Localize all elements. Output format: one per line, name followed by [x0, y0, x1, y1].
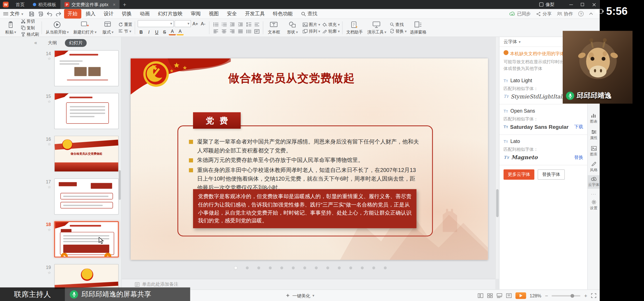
tab-outline[interactable]: 大纲 [44, 39, 61, 47]
italic-button[interactable]: I [145, 28, 152, 35]
thumbnail-card[interactable] [54, 93, 119, 129]
font-item[interactable]: TтOpen Sans 匹配到相似字体： TтSaturday Sans Reg… [499, 105, 587, 135]
zoom-slider[interactable] [552, 295, 580, 296]
zoom-in-button[interactable]: + [584, 293, 587, 299]
text-direction-button[interactable] [253, 21, 260, 27]
indent-decrease-button[interactable] [228, 21, 236, 27]
view-normal-button[interactable] [477, 293, 483, 298]
more-cloud-fonts-button[interactable]: 更多云字体 [504, 170, 535, 180]
shapes-button[interactable]: 形状▾ [284, 20, 301, 36]
new-tab-button[interactable]: + [123, 1, 126, 8]
textbox-button[interactable]: 文本框 [266, 20, 282, 36]
canvas-scrollbar[interactable] [495, 37, 499, 279]
slide-thumbnail[interactable]: 15 ☆ [0, 93, 121, 129]
help-button[interactable]: ? [578, 11, 584, 16]
menu-tab-transition[interactable]: 切换 [118, 9, 135, 18]
thumbnail-card[interactable]: + [54, 221, 119, 258]
font-size-select[interactable]: ▾ [175, 20, 191, 27]
slide-canvas[interactable]: 做合格党员从交党费做起 党费 凝聚了老一辈革命者对中国共产党的深厚感情。周恩来身… [131, 59, 488, 260]
menu-tab-review[interactable]: 审阅 [187, 9, 204, 18]
download-link[interactable]: 下载 [574, 124, 583, 130]
font-color-button[interactable]: A [169, 29, 176, 35]
section-button[interactable]: 节▾ [118, 28, 132, 34]
strip-item-settings[interactable]: 设置 [588, 198, 600, 212]
save-button[interactable] [27, 10, 35, 18]
paste-button[interactable]: 粘贴▾ [3, 20, 19, 36]
justify-button[interactable] [236, 28, 244, 34]
undo-button[interactable] [45, 10, 53, 18]
selection-pane-button[interactable]: 选择窗格 [409, 20, 428, 36]
thumbnail-card[interactable] [54, 50, 119, 86]
view-sorter-button[interactable] [487, 293, 493, 298]
slideshow-play-button[interactable] [515, 292, 526, 299]
menu-tab-insert[interactable]: 插入 [82, 9, 99, 18]
reset-button[interactable]: 重置 [118, 22, 132, 27]
present-tools-button[interactable]: 演示工具▾ [366, 20, 387, 36]
thumbnail-card[interactable] [54, 178, 119, 215]
copy-button[interactable]: 复制 [21, 25, 39, 30]
align-left-button[interactable] [212, 28, 219, 34]
layout-button[interactable]: 版式▾ [100, 20, 116, 36]
format-painter-button[interactable]: 格式刷 [21, 32, 39, 37]
strip-item-chart[interactable]: 图表 [588, 112, 600, 125]
menu-tab-animation[interactable]: 动画 [136, 9, 153, 18]
underline-button[interactable]: U [153, 28, 160, 35]
tab-slides[interactable]: 幻灯片 [65, 39, 87, 47]
menu-tab-devtools[interactable]: 开发工具 [241, 9, 268, 18]
align-center-button[interactable] [220, 28, 228, 34]
menu-tab-design[interactable]: 设计 [100, 9, 117, 18]
line-spacing-button[interactable] [245, 21, 252, 27]
strip-item-gallery[interactable]: 图库 [588, 145, 600, 158]
zoom-slider-handle[interactable] [570, 294, 574, 297]
highlight-color-button[interactable]: A [177, 29, 184, 35]
bullet-list[interactable]: 凝聚了老一辈革命者对中国共产党的深厚感情。周恩来身后没有留下任何个人财产，他和夫… [188, 137, 419, 193]
tab-docer[interactable]: 稻壳模板 [29, 0, 60, 9]
strip-item-style[interactable]: 风格 [588, 160, 600, 174]
picture-button[interactable]: 图片▾ [303, 22, 320, 27]
increase-font-button[interactable]: A+ [192, 20, 199, 27]
bullet-item[interactable]: 重病在身的原丰田中心学校退休教师周孝时老人，知道自己来日不长了，在2007年12… [188, 166, 419, 192]
view-reading-button[interactable] [506, 293, 512, 298]
strikethrough-button[interactable]: S [161, 28, 168, 35]
maximize-button[interactable] [577, 0, 588, 9]
file-menu[interactable]: 文件 ▾ [3, 10, 23, 17]
font-family-select[interactable]: ▾ [138, 20, 174, 27]
bullet-item[interactable]: 凝聚了老一辈革命者对中国共产党的深厚感情。周恩来身后没有留下任何个人财产，他和夫… [188, 137, 419, 155]
beautify-button[interactable]: 一键美化 ▾ [285, 290, 314, 301]
find-replace-button[interactable]: 查找 [390, 22, 407, 27]
tab-home[interactable]: 首页 [11, 0, 29, 9]
align-right-button[interactable] [228, 28, 236, 34]
find-button[interactable]: 查找 [301, 10, 317, 17]
replace-link[interactable]: 替换 [574, 154, 583, 161]
menu-tab-security[interactable]: 安全 [223, 9, 240, 18]
slide-thumbnail[interactable]: 16 ☆ 做合格党员从交党费做起 [0, 136, 121, 172]
collab-button[interactable]: 协作 [557, 11, 573, 17]
menu-tab-view[interactable]: 视图 [205, 9, 223, 18]
decrease-font-button[interactable]: A- [200, 20, 207, 27]
zoom-out-button[interactable]: − [545, 293, 548, 299]
sync-status[interactable]: 已同步 [509, 11, 531, 17]
collapse-panel-button[interactable]: « [34, 40, 37, 46]
view-notes-button[interactable] [496, 293, 502, 298]
share-button[interactable]: 分享 [536, 11, 552, 17]
slide-title[interactable]: 做合格党员从交党费做起 [228, 71, 355, 86]
fill-button[interactable]: 填充▾ [322, 22, 340, 27]
tab-document[interactable]: P 交党费这件事.pptx × [60, 0, 120, 9]
strip-item-cloud-fonts[interactable]: 云字体 [588, 175, 600, 189]
bullet-item[interactable]: 朱德两万元的党费存款单至今仍存放于中国人民革命军事博物馆里。 [188, 156, 419, 165]
outline-button[interactable]: 轮廓▾ [322, 28, 340, 34]
print-button[interactable] [36, 10, 45, 18]
redo-button[interactable] [54, 10, 62, 18]
menu-tab-slideshow[interactable]: 幻灯片放映 [154, 9, 186, 18]
arrange-button[interactable]: 排列▾ [303, 28, 320, 34]
slide-thumbnail[interactable]: 19 ☆ [0, 264, 121, 289]
doc-assistant-button[interactable]: 文档助手 [345, 20, 364, 36]
menu-tab-features[interactable]: 特色功能 [269, 9, 296, 18]
fit-screen-button[interactable] [591, 293, 596, 298]
slidelist-scrollbar[interactable] [119, 170, 121, 200]
replace-fonts-button[interactable]: 替换字体 [538, 170, 565, 180]
columns-button[interactable] [245, 28, 252, 34]
strip-item-properties[interactable]: 属性 [588, 128, 600, 142]
thumbnail-card[interactable] [54, 264, 119, 289]
close-tab-icon[interactable]: × [113, 2, 115, 7]
